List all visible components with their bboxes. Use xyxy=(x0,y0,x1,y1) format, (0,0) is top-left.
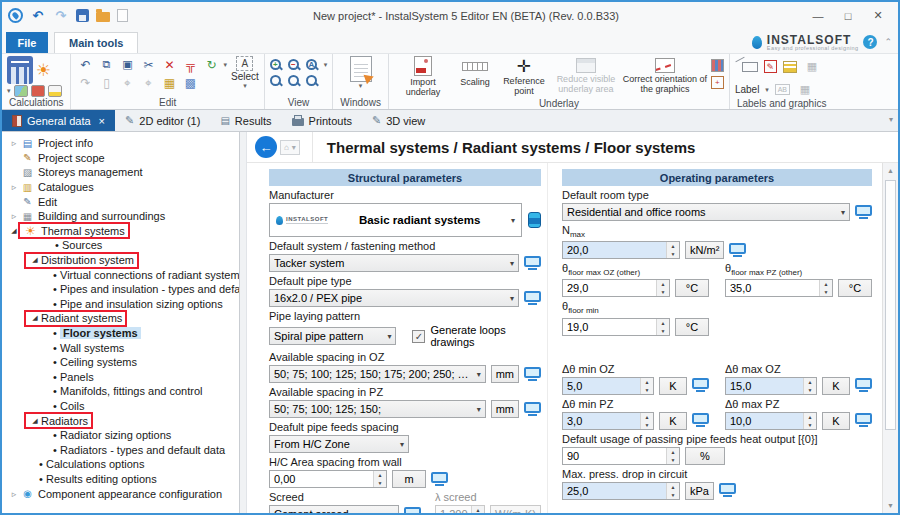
tree-item-project-info[interactable]: Project info xyxy=(2,136,239,151)
close-tab-icon[interactable]: × xyxy=(99,115,105,127)
header-mini-toolbar[interactable]: ⌂▾ xyxy=(280,140,300,155)
tree-item-radiators[interactable]: Radiators xyxy=(2,413,239,428)
tfloor-min-input[interactable]: 19,0▲▼ xyxy=(562,318,670,336)
tab-results[interactable]: ▤ Results xyxy=(210,110,281,131)
scroll-down-icon[interactable]: ▼ xyxy=(887,498,894,513)
dt-min-oz-unit[interactable]: K xyxy=(659,377,687,395)
pan-icon[interactable] xyxy=(270,75,281,86)
tfloor-min-unit[interactable]: °C xyxy=(675,318,709,336)
collapse-icon[interactable] xyxy=(29,417,41,425)
generate-loops-checkbox[interactable]: ✓ xyxy=(412,330,425,343)
tree-item-distribution-system[interactable]: Distribution system xyxy=(2,253,239,268)
collapse-icon[interactable] xyxy=(8,227,20,235)
windows-arrange-icon[interactable] xyxy=(350,56,372,82)
view-more-dropdown-icon[interactable]: ▾ xyxy=(324,61,328,69)
scroll-up-icon[interactable]: ▲ xyxy=(887,163,894,178)
spinner-arrows[interactable]: ▲▼ xyxy=(819,280,832,296)
maximize-button[interactable]: □ xyxy=(834,6,862,26)
zoom-window-icon[interactable] xyxy=(288,75,299,86)
tree-item-pipe-sizing-options[interactable]: Pipe and insulation sizing options xyxy=(2,297,239,312)
tree-item-catalogues[interactable]: Catalogues xyxy=(2,180,239,195)
spinner-arrows[interactable]: ▲▼ xyxy=(666,242,679,258)
transfer-icon[interactable] xyxy=(729,243,746,258)
align-grid-icon[interactable]: ▦ xyxy=(160,74,178,91)
minimize-button[interactable]: — xyxy=(804,6,832,26)
help-icon[interactable]: ? xyxy=(863,35,877,49)
tree-item-floor-systems[interactable]: Floor systems xyxy=(2,326,239,341)
underlay-layers-icon[interactable] xyxy=(711,59,724,72)
spinner-arrows[interactable]: ▲▼ xyxy=(373,471,386,487)
refresh-dropdown-icon[interactable]: ▾ xyxy=(223,61,227,69)
distribute-grid-icon[interactable]: ▩ xyxy=(181,74,199,91)
catalogue-database-icon[interactable] xyxy=(528,212,541,228)
spinner-arrows[interactable]: ▲▼ xyxy=(803,378,816,394)
save-icon[interactable] xyxy=(76,9,89,22)
copy-icon[interactable]: ⧉ xyxy=(97,56,115,73)
tree-item-sources[interactable]: Sources xyxy=(2,238,239,253)
scaling-button[interactable]: Scaling xyxy=(455,56,495,88)
spacing-oz-unit[interactable]: mm xyxy=(491,365,519,383)
transfer-icon[interactable] xyxy=(524,256,541,271)
dice-icon[interactable] xyxy=(31,85,45,97)
label-button[interactable]: Label xyxy=(735,84,759,95)
transfer-icon[interactable] xyxy=(855,378,872,393)
close-button[interactable]: ✕ xyxy=(864,6,892,26)
expand-icon[interactable] xyxy=(8,211,20,221)
tree-item-thermal-systems[interactable]: Thermal systems xyxy=(2,224,239,239)
home-icon[interactable]: ⌂ xyxy=(284,143,289,152)
spinner-arrows[interactable]: ▲▼ xyxy=(656,319,669,335)
transfer-icon[interactable] xyxy=(719,483,736,498)
tree-item-radiator-sizing[interactable]: Radiator sizing options xyxy=(2,428,239,443)
tfloor-max-oz-input[interactable]: 29,0▲▼ xyxy=(562,279,670,297)
zoom-in-icon[interactable]: + xyxy=(270,59,281,70)
feeds-spacing-select[interactable]: From H/C Zone xyxy=(269,435,409,453)
undo-edit-icon[interactable]: ↶ xyxy=(76,56,94,73)
tree-item-manifolds[interactable]: Manifolds, fittings and control xyxy=(2,384,239,399)
splitter[interactable] xyxy=(240,132,247,513)
open-folder-icon[interactable] xyxy=(96,12,110,22)
press-drop-unit[interactable]: kPa xyxy=(685,482,714,500)
undo-icon[interactable]: ↶ xyxy=(30,8,46,24)
usage-input[interactable]: 90▲▼ xyxy=(562,447,680,465)
tree-item-radiators-types[interactable]: Radiators - types and default data xyxy=(2,442,239,457)
transfer-icon[interactable] xyxy=(855,413,872,428)
dt-max-pz-unit[interactable]: K xyxy=(822,412,850,430)
calculations-dropdown-icon[interactable]: ▾ xyxy=(7,87,11,95)
dt-max-pz-input[interactable]: 10,0▲▼ xyxy=(725,412,817,430)
underlay-add-icon[interactable]: + xyxy=(711,76,724,89)
dt-max-oz-input[interactable]: 15,0▲▼ xyxy=(725,377,817,395)
paste-icon[interactable]: ▣ xyxy=(118,56,136,73)
edit-connection-icon[interactable]: ╦ xyxy=(181,56,199,73)
import-underlay-button[interactable]: Import underlay xyxy=(394,56,452,98)
new-document-icon[interactable] xyxy=(117,9,128,22)
highlight-icon[interactable] xyxy=(48,85,62,97)
tree-item-pipes-insulation-types[interactable]: Pipes and insulation - types and default… xyxy=(2,282,239,297)
chevron-down-icon[interactable]: ▾ xyxy=(292,143,296,152)
spacing-pz-select[interactable]: 50; 75; 100; 125; 150; xyxy=(269,400,486,418)
tab-3d-view[interactable]: ✎ 3D view xyxy=(362,110,435,131)
windows-dropdown-icon[interactable]: ▾ xyxy=(359,82,363,90)
nmax-unit[interactable]: kN/m² xyxy=(685,241,724,259)
room-type-select[interactable]: Residential and office rooms xyxy=(562,203,850,221)
laying-pattern-select[interactable]: Spiral pipe pattern xyxy=(269,327,396,345)
dt-min-pz-input[interactable]: 3,0▲▼ xyxy=(562,412,654,430)
callout-label-icon[interactable] xyxy=(742,62,758,72)
thermal-calculation-icon[interactable]: ☀ xyxy=(36,62,51,79)
tree-item-wall-systems[interactable]: Wall systems xyxy=(2,340,239,355)
tfloor-max-pz-unit[interactable]: °C xyxy=(838,279,872,297)
transfer-icon[interactable] xyxy=(524,367,541,382)
tree-item-storeys-management[interactable]: Storeys management xyxy=(2,165,239,180)
scrollbar-track[interactable] xyxy=(883,178,898,498)
main-tools-tab[interactable]: Main tools xyxy=(54,32,138,53)
tab-general-data[interactable]: General data × xyxy=(2,110,115,131)
tab-overflow-icon[interactable]: ▾ xyxy=(889,115,893,124)
transfer-icon[interactable] xyxy=(431,472,448,487)
picture-icon[interactable] xyxy=(14,85,28,97)
pin-horizontal-icon[interactable]: ⌖ xyxy=(139,74,157,91)
collapse-icon[interactable] xyxy=(29,314,41,322)
tree-item-ceiling-systems[interactable]: Ceiling systems xyxy=(2,355,239,370)
delete-icon[interactable]: ✕ xyxy=(160,56,178,73)
screed-select[interactable]: Cement screed xyxy=(269,505,399,515)
pin-vertical-icon[interactable]: ⌖ xyxy=(118,74,136,91)
transfer-icon[interactable] xyxy=(692,378,709,393)
